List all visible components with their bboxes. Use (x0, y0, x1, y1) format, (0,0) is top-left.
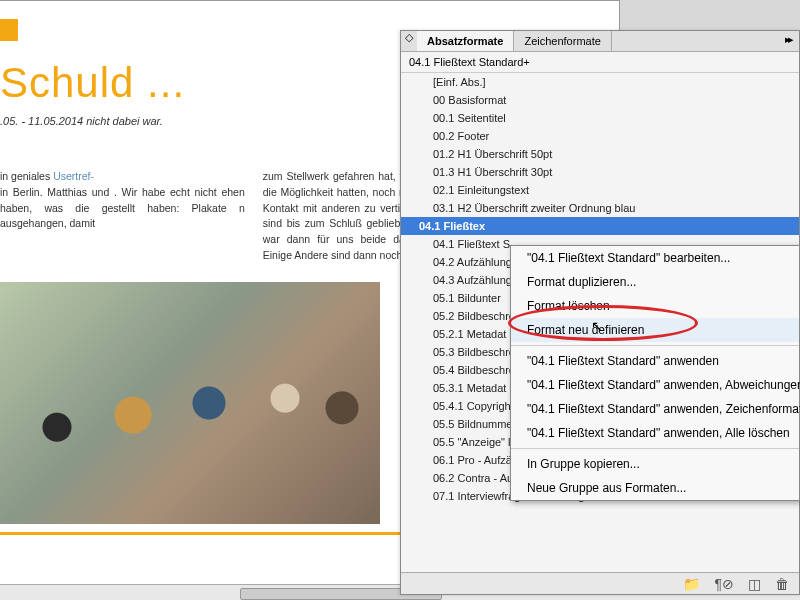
menu-item[interactable]: "04.1 Fließtext Standard" anwenden, Abwe… (511, 373, 799, 397)
col1-text-b: in Berlin. Matthias und . Wir habe echt … (0, 186, 245, 230)
collapse-arrows-icon[interactable]: ▸▸ (777, 31, 799, 51)
folder-icon[interactable]: 📁 (683, 576, 700, 591)
menu-separator (511, 345, 799, 346)
style-item[interactable]: 01.3 H1 Überschrift 30pt (401, 163, 799, 181)
style-item[interactable]: 03.1 H2 Überschrift zweiter Ordnung blau (401, 199, 799, 217)
style-item[interactable]: 04.1 Fließtex (401, 217, 799, 235)
style-item[interactable]: 00.1 Seitentitel (401, 109, 799, 127)
menu-item[interactable]: Neue Gruppe aus Formaten... (511, 476, 799, 500)
new-style-icon[interactable]: ◫ (748, 576, 761, 591)
trash-icon[interactable]: 🗑 (775, 576, 789, 591)
menu-item[interactable]: Format löschen (511, 294, 799, 318)
menu-item[interactable]: "04.1 Fließtext Standard" bearbeiten... (511, 246, 799, 270)
tab-absatzformate[interactable]: Absatzformate (417, 31, 514, 51)
style-item[interactable]: [Einf. Abs.] (401, 73, 799, 91)
sort-icon[interactable]: ◇ (401, 31, 417, 51)
menu-item[interactable]: Format duplizieren... (511, 270, 799, 294)
current-style-indicator: 04.1 Fließtext Standard+ (401, 52, 799, 73)
link-word[interactable]: Usertref- (53, 170, 94, 182)
context-menu: "04.1 Fließtext Standard" bearbeiten...F… (510, 245, 800, 501)
menu-item[interactable]: "04.1 Fließtext Standard" anwenden (511, 349, 799, 373)
clear-overrides-icon[interactable]: ¶⊘ (714, 576, 734, 591)
menu-item[interactable]: In Gruppe kopieren... (511, 452, 799, 476)
menu-item[interactable]: "04.1 Fließtext Standard" anwenden, Alle… (511, 421, 799, 445)
orange-marker (0, 19, 18, 41)
style-item[interactable]: 00.2 Footer (401, 127, 799, 145)
tab-zeichenformate[interactable]: Zeichenformate (514, 31, 611, 51)
menu-item[interactable]: "04.1 Fließtext Standard" anwenden, Zeic… (511, 397, 799, 421)
article-photo (0, 282, 380, 524)
panel-footer: 📁 ¶⊘ ◫ 🗑 (401, 572, 799, 594)
menu-separator (511, 448, 799, 449)
column-1: in geniales Usertref- in Berlin. Matthia… (0, 169, 245, 264)
panel-tabs: ◇ Absatzformate Zeichenformate ▸▸ (401, 31, 799, 52)
style-item[interactable]: 02.1 Einleitungstext (401, 181, 799, 199)
col1-text-a: in geniales (0, 170, 53, 182)
style-item[interactable]: 00 Basisformat (401, 91, 799, 109)
menu-item[interactable]: Format neu definieren (511, 318, 799, 342)
style-item[interactable]: 01.2 H1 Überschrift 50pt (401, 145, 799, 163)
